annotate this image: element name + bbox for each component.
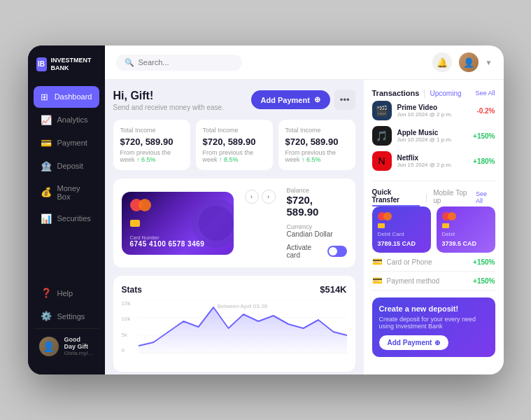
change-value: ↑ 8.5% bbox=[219, 156, 239, 163]
notification-button[interactable]: 🔔 bbox=[432, 52, 452, 72]
sidebar-nav: ⊞ Dashboard 📈 Analytics 💳 Payment 🏦 Depo… bbox=[28, 86, 105, 282]
card-prev-button[interactable]: ‹ bbox=[245, 190, 259, 204]
income-label: Total Income bbox=[120, 127, 183, 134]
chart-container: 15k 10k 5k 0 Between April 03-28 bbox=[122, 300, 347, 363]
dashboard-icon: ⊞ bbox=[41, 92, 49, 102]
add-payment-button[interactable]: Add Payment ⊕ bbox=[251, 90, 330, 109]
sidebar-user: 👤 Good Day Gift Gtela.mylt@gmail.com bbox=[34, 328, 99, 363]
page-subtitle: Send and receive money with ease. bbox=[113, 104, 224, 111]
deposit-btn-label: Add Payment bbox=[388, 339, 432, 346]
sidebar-item-analytics[interactable]: 📈 Analytics bbox=[34, 109, 99, 131]
income-label: Total Income bbox=[203, 127, 266, 134]
netflix-name: Netflix bbox=[397, 154, 468, 162]
qt-payment-icon: 💳 bbox=[372, 276, 383, 286]
chart-y-labels: 15k 10k 5k 0 bbox=[122, 300, 137, 354]
apple-music-info: Apple Music Jun 10 2024 @ 1 p.m. bbox=[397, 129, 468, 143]
qt-tab-transfer[interactable]: Quick Transfer bbox=[372, 188, 420, 206]
transactions-section: Transactions | Upcoming See All 🎬 Prime … bbox=[372, 88, 495, 174]
netflix-icon: N bbox=[372, 151, 392, 171]
deposit-promo-title: Create a new deposit! bbox=[379, 304, 488, 313]
sidebar-item-label: Securities bbox=[57, 214, 91, 223]
card-section: Card Number 6745 4100 6578 3469 ‹ › Bala… bbox=[113, 178, 355, 267]
qt-see-all[interactable]: See All bbox=[476, 190, 495, 204]
change-value: ↑ 6.5% bbox=[136, 156, 156, 163]
activate-label: Activate card bbox=[287, 244, 322, 259]
qt-header: Quick Transfer | Mobile Top up See All bbox=[372, 188, 495, 206]
sidebar-logo: IB INVESTMENT BANK bbox=[28, 57, 105, 86]
tx-tab-upcoming[interactable]: Upcoming bbox=[430, 90, 461, 97]
apple-music-amount: +150% bbox=[473, 132, 495, 140]
prime-video-icon: 🎬 bbox=[372, 101, 392, 120]
card-chip bbox=[130, 220, 140, 227]
logo-text: INVESTMENT BANK bbox=[51, 57, 97, 72]
activate-toggle[interactable] bbox=[327, 246, 347, 257]
qt-card-label-1: Debit bbox=[442, 231, 490, 237]
income-cards: Total Income $720, 589.90 From previous … bbox=[113, 120, 355, 170]
sidebar-item-settings[interactable]: ⚙️ Settings bbox=[34, 305, 99, 327]
qt-chip-0 bbox=[378, 223, 385, 228]
user-email: Gtela.mylt@gmail.com bbox=[64, 350, 94, 356]
tx-separator: | bbox=[423, 88, 425, 98]
deposit-plus-icon: ⊕ bbox=[434, 339, 440, 346]
qt-card-1[interactable]: Debit 3739.5 CAD bbox=[437, 206, 495, 253]
sidebar-item-payment[interactable]: 💳 Payment bbox=[34, 132, 99, 154]
currency-value: Candian Dollar bbox=[287, 230, 347, 238]
qt-cards: Debit Card 3789.15 CAD Debit 3739.5 CAD bbox=[372, 206, 495, 253]
y-label-10k: 10k bbox=[122, 316, 137, 322]
transaction-item-netflix: N Netflix Jun 15 2024 @ 2 p.m. +180% bbox=[372, 148, 495, 174]
card-balance-row: Balance $720, 589.90 bbox=[287, 187, 347, 218]
qt-card-val: +150% bbox=[473, 258, 495, 266]
qt-mc-orange-1 bbox=[448, 212, 456, 220]
income-card-0: Total Income $720, 589.90 From previous … bbox=[113, 120, 190, 170]
qt-chip-1 bbox=[442, 223, 449, 228]
sidebar-item-label: Help bbox=[57, 289, 73, 298]
search-input[interactable] bbox=[139, 58, 234, 66]
qt-card-amount-1: 3739.5 CAD bbox=[442, 240, 490, 247]
qt-card-label-input: Card or Phone bbox=[387, 258, 469, 266]
qt-payment-label-input: Payment method bbox=[387, 277, 469, 285]
device-frame: IB INVESTMENT BANK ⊞ Dashboard 📈 Analyti… bbox=[28, 46, 504, 374]
deposit-add-payment-button[interactable]: Add Payment ⊕ bbox=[379, 335, 449, 350]
qt-tab-mobile[interactable]: Mobile Top up bbox=[433, 189, 476, 206]
y-label-0: 0 bbox=[122, 347, 137, 354]
activate-row: Activate card bbox=[287, 244, 347, 259]
securities-icon: 📊 bbox=[41, 214, 52, 224]
sidebar-item-help[interactable]: ❓ Help bbox=[34, 282, 99, 304]
income-amount: $720, 589.90 bbox=[285, 136, 348, 147]
sidebar-item-deposit[interactable]: 🏦 Deposit bbox=[34, 155, 99, 177]
qt-input-row-1[interactable]: 💳 Payment method +150% bbox=[372, 272, 495, 290]
balance-value: $720, 589.90 bbox=[287, 194, 347, 218]
card-currency-row: Currency Candian Dollar bbox=[287, 223, 347, 238]
transactions-see-all[interactable]: See All bbox=[475, 90, 495, 97]
sidebar-item-label: Dashboard bbox=[55, 92, 92, 101]
qt-input-row-0[interactable]: 💳 Card or Phone +150% bbox=[372, 253, 495, 272]
qt-separator: | bbox=[425, 192, 427, 202]
card-next-button[interactable]: › bbox=[262, 190, 276, 204]
income-card-2: Total Income $720, 589.90 From previous … bbox=[278, 120, 355, 170]
help-icon: ❓ bbox=[41, 288, 52, 298]
qt-card-label-0: Debit Card bbox=[378, 231, 425, 237]
page-header: Hi, Gift! Send and receive money with ea… bbox=[113, 90, 355, 111]
qt-card-0[interactable]: Debit Card 3789.15 CAD bbox=[372, 206, 431, 253]
sidebar-item-securities[interactable]: 📊 Securities bbox=[34, 208, 99, 230]
more-button[interactable]: ••• bbox=[334, 90, 355, 110]
money-box-icon: 💰 bbox=[41, 187, 52, 197]
quick-transfer-section: Quick Transfer | Mobile Top up See All bbox=[372, 188, 495, 290]
income-change: From previous the week ↑ 6.5% bbox=[285, 149, 348, 163]
transaction-item-prime: 🎬 Prime Video Jun 10 2024 @ 2 p.m. -0.2% bbox=[372, 98, 495, 123]
prime-video-amount: -0.2% bbox=[476, 107, 495, 115]
plus-icon: ⊕ bbox=[314, 95, 320, 104]
sidebar-item-label: Deposit bbox=[57, 162, 83, 170]
apple-music-name: Apple Music bbox=[397, 129, 468, 136]
sidebar-item-money-box[interactable]: 💰 Money Box bbox=[34, 178, 99, 206]
stats-section: Stats $514K 15k 10k 5k 0 Between April 0… bbox=[113, 276, 355, 372]
change-value: ↑ 6.5% bbox=[302, 156, 321, 163]
qt-card-logo-0 bbox=[378, 212, 425, 220]
topbar-avatar[interactable]: 👤 bbox=[459, 52, 479, 72]
income-card-1: Total Income $720, 589.90 From previous … bbox=[196, 120, 273, 170]
prime-video-date: Jun 10 2024 @ 2 p.m. bbox=[397, 111, 472, 118]
analytics-icon: 📈 bbox=[41, 115, 52, 125]
search-box[interactable]: 🔍 bbox=[116, 55, 242, 71]
stats-value: $514K bbox=[320, 284, 346, 295]
sidebar-item-dashboard[interactable]: ⊞ Dashboard bbox=[34, 86, 99, 108]
